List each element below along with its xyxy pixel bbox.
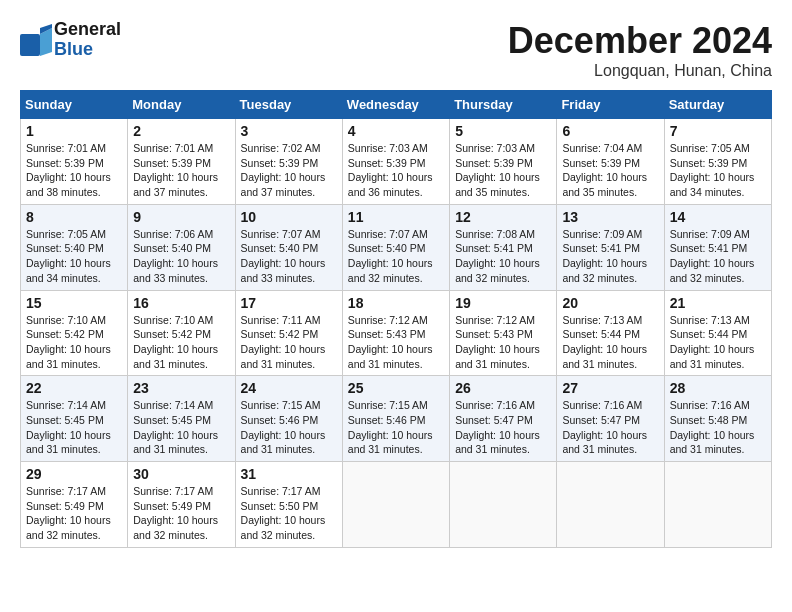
calendar-week-row: 22Sunrise: 7:14 AMSunset: 5:45 PMDayligh… [21, 376, 772, 462]
day-number: 23 [133, 380, 229, 396]
calendar-cell: 8Sunrise: 7:05 AMSunset: 5:40 PMDaylight… [21, 204, 128, 290]
day-info: Sunrise: 7:16 AMSunset: 5:48 PMDaylight:… [670, 398, 766, 457]
day-number: 6 [562, 123, 658, 139]
calendar-cell: 23Sunrise: 7:14 AMSunset: 5:45 PMDayligh… [128, 376, 235, 462]
svg-rect-0 [20, 34, 40, 56]
calendar-cell: 7Sunrise: 7:05 AMSunset: 5:39 PMDaylight… [664, 119, 771, 205]
col-friday: Friday [557, 91, 664, 119]
day-info: Sunrise: 7:12 AMSunset: 5:43 PMDaylight:… [348, 313, 444, 372]
calendar-cell: 19Sunrise: 7:12 AMSunset: 5:43 PMDayligh… [450, 290, 557, 376]
day-info: Sunrise: 7:01 AMSunset: 5:39 PMDaylight:… [26, 141, 122, 200]
calendar-cell: 10Sunrise: 7:07 AMSunset: 5:40 PMDayligh… [235, 204, 342, 290]
day-info: Sunrise: 7:01 AMSunset: 5:39 PMDaylight:… [133, 141, 229, 200]
day-info: Sunrise: 7:07 AMSunset: 5:40 PMDaylight:… [348, 227, 444, 286]
col-saturday: Saturday [664, 91, 771, 119]
day-info: Sunrise: 7:16 AMSunset: 5:47 PMDaylight:… [562, 398, 658, 457]
calendar-week-row: 15Sunrise: 7:10 AMSunset: 5:42 PMDayligh… [21, 290, 772, 376]
col-wednesday: Wednesday [342, 91, 449, 119]
calendar-cell: 9Sunrise: 7:06 AMSunset: 5:40 PMDaylight… [128, 204, 235, 290]
day-info: Sunrise: 7:09 AMSunset: 5:41 PMDaylight:… [562, 227, 658, 286]
calendar-cell: 24Sunrise: 7:15 AMSunset: 5:46 PMDayligh… [235, 376, 342, 462]
day-info: Sunrise: 7:15 AMSunset: 5:46 PMDaylight:… [241, 398, 337, 457]
day-number: 15 [26, 295, 122, 311]
calendar-cell: 3Sunrise: 7:02 AMSunset: 5:39 PMDaylight… [235, 119, 342, 205]
calendar-week-row: 1Sunrise: 7:01 AMSunset: 5:39 PMDaylight… [21, 119, 772, 205]
day-info: Sunrise: 7:17 AMSunset: 5:49 PMDaylight:… [26, 484, 122, 543]
day-info: Sunrise: 7:05 AMSunset: 5:40 PMDaylight:… [26, 227, 122, 286]
page-header: General Blue December 2024 Longquan, Hun… [20, 20, 772, 80]
day-info: Sunrise: 7:13 AMSunset: 5:44 PMDaylight:… [670, 313, 766, 372]
calendar-cell [557, 462, 664, 548]
day-number: 8 [26, 209, 122, 225]
calendar-cell: 5Sunrise: 7:03 AMSunset: 5:39 PMDaylight… [450, 119, 557, 205]
calendar-cell: 12Sunrise: 7:08 AMSunset: 5:41 PMDayligh… [450, 204, 557, 290]
calendar-cell: 11Sunrise: 7:07 AMSunset: 5:40 PMDayligh… [342, 204, 449, 290]
calendar-cell: 4Sunrise: 7:03 AMSunset: 5:39 PMDaylight… [342, 119, 449, 205]
logo-general: General [54, 20, 121, 40]
day-info: Sunrise: 7:16 AMSunset: 5:47 PMDaylight:… [455, 398, 551, 457]
calendar-cell: 6Sunrise: 7:04 AMSunset: 5:39 PMDaylight… [557, 119, 664, 205]
day-number: 3 [241, 123, 337, 139]
day-number: 9 [133, 209, 229, 225]
col-monday: Monday [128, 91, 235, 119]
calendar-cell: 1Sunrise: 7:01 AMSunset: 5:39 PMDaylight… [21, 119, 128, 205]
day-info: Sunrise: 7:15 AMSunset: 5:46 PMDaylight:… [348, 398, 444, 457]
day-number: 11 [348, 209, 444, 225]
day-info: Sunrise: 7:10 AMSunset: 5:42 PMDaylight:… [133, 313, 229, 372]
day-number: 20 [562, 295, 658, 311]
logo-blue: Blue [54, 40, 121, 60]
day-number: 1 [26, 123, 122, 139]
title-block: December 2024 Longquan, Hunan, China [508, 20, 772, 80]
calendar-cell: 13Sunrise: 7:09 AMSunset: 5:41 PMDayligh… [557, 204, 664, 290]
calendar-week-row: 29Sunrise: 7:17 AMSunset: 5:49 PMDayligh… [21, 462, 772, 548]
day-number: 5 [455, 123, 551, 139]
calendar-cell: 21Sunrise: 7:13 AMSunset: 5:44 PMDayligh… [664, 290, 771, 376]
day-info: Sunrise: 7:12 AMSunset: 5:43 PMDaylight:… [455, 313, 551, 372]
day-number: 4 [348, 123, 444, 139]
day-info: Sunrise: 7:11 AMSunset: 5:42 PMDaylight:… [241, 313, 337, 372]
calendar-header-row: Sunday Monday Tuesday Wednesday Thursday… [21, 91, 772, 119]
calendar-cell: 17Sunrise: 7:11 AMSunset: 5:42 PMDayligh… [235, 290, 342, 376]
day-info: Sunrise: 7:03 AMSunset: 5:39 PMDaylight:… [348, 141, 444, 200]
day-number: 29 [26, 466, 122, 482]
calendar-cell: 28Sunrise: 7:16 AMSunset: 5:48 PMDayligh… [664, 376, 771, 462]
day-number: 14 [670, 209, 766, 225]
day-number: 27 [562, 380, 658, 396]
day-info: Sunrise: 7:08 AMSunset: 5:41 PMDaylight:… [455, 227, 551, 286]
calendar-cell [664, 462, 771, 548]
day-info: Sunrise: 7:10 AMSunset: 5:42 PMDaylight:… [26, 313, 122, 372]
month-title: December 2024 [508, 20, 772, 62]
calendar-cell: 29Sunrise: 7:17 AMSunset: 5:49 PMDayligh… [21, 462, 128, 548]
day-number: 21 [670, 295, 766, 311]
day-number: 26 [455, 380, 551, 396]
calendar-cell: 15Sunrise: 7:10 AMSunset: 5:42 PMDayligh… [21, 290, 128, 376]
day-info: Sunrise: 7:09 AMSunset: 5:41 PMDaylight:… [670, 227, 766, 286]
day-number: 2 [133, 123, 229, 139]
calendar-cell: 2Sunrise: 7:01 AMSunset: 5:39 PMDaylight… [128, 119, 235, 205]
day-number: 30 [133, 466, 229, 482]
day-number: 22 [26, 380, 122, 396]
day-number: 28 [670, 380, 766, 396]
day-info: Sunrise: 7:14 AMSunset: 5:45 PMDaylight:… [26, 398, 122, 457]
day-number: 12 [455, 209, 551, 225]
calendar-week-row: 8Sunrise: 7:05 AMSunset: 5:40 PMDaylight… [21, 204, 772, 290]
day-info: Sunrise: 7:03 AMSunset: 5:39 PMDaylight:… [455, 141, 551, 200]
calendar-cell: 31Sunrise: 7:17 AMSunset: 5:50 PMDayligh… [235, 462, 342, 548]
calendar-cell: 14Sunrise: 7:09 AMSunset: 5:41 PMDayligh… [664, 204, 771, 290]
col-tuesday: Tuesday [235, 91, 342, 119]
day-info: Sunrise: 7:05 AMSunset: 5:39 PMDaylight:… [670, 141, 766, 200]
day-number: 24 [241, 380, 337, 396]
day-info: Sunrise: 7:14 AMSunset: 5:45 PMDaylight:… [133, 398, 229, 457]
calendar-cell: 18Sunrise: 7:12 AMSunset: 5:43 PMDayligh… [342, 290, 449, 376]
calendar-cell: 25Sunrise: 7:15 AMSunset: 5:46 PMDayligh… [342, 376, 449, 462]
day-number: 10 [241, 209, 337, 225]
day-info: Sunrise: 7:04 AMSunset: 5:39 PMDaylight:… [562, 141, 658, 200]
day-number: 17 [241, 295, 337, 311]
day-info: Sunrise: 7:13 AMSunset: 5:44 PMDaylight:… [562, 313, 658, 372]
calendar-cell: 16Sunrise: 7:10 AMSunset: 5:42 PMDayligh… [128, 290, 235, 376]
day-info: Sunrise: 7:07 AMSunset: 5:40 PMDaylight:… [241, 227, 337, 286]
calendar-table: Sunday Monday Tuesday Wednesday Thursday… [20, 90, 772, 548]
day-info: Sunrise: 7:17 AMSunset: 5:49 PMDaylight:… [133, 484, 229, 543]
calendar-cell: 22Sunrise: 7:14 AMSunset: 5:45 PMDayligh… [21, 376, 128, 462]
day-number: 18 [348, 295, 444, 311]
